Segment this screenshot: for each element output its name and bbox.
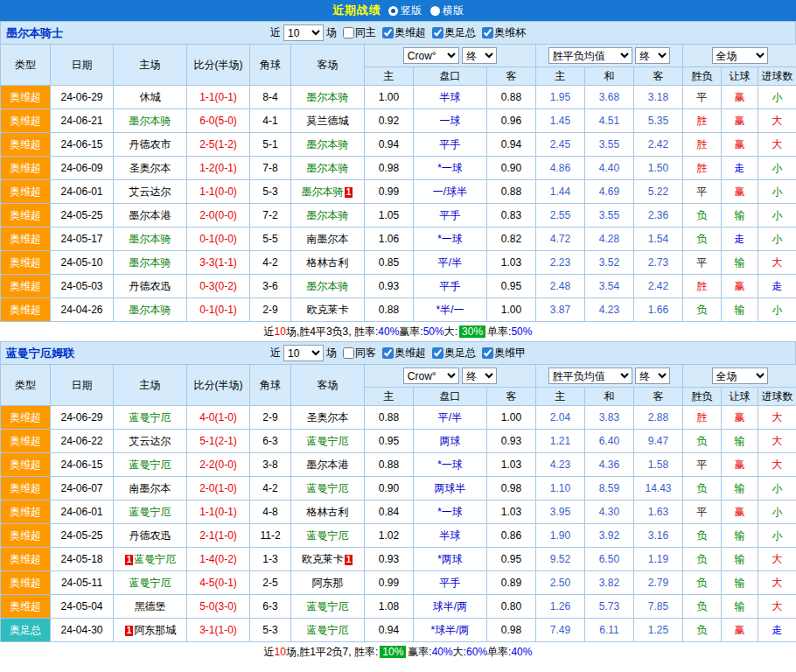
score-cell[interactable]: 2-0(1-0): [187, 477, 250, 500]
home-team-link[interactable]: 阿东那城: [134, 624, 176, 636]
home-team-link[interactable]: 蓝曼宁厄: [129, 506, 171, 518]
away-team-link[interactable]: 格林古利: [307, 256, 349, 269]
away-team-link[interactable]: 蓝曼宁厄: [307, 482, 349, 494]
away-team-link[interactable]: 墨尔本骑: [307, 162, 349, 174]
away-team-link[interactable]: 墨尔本骑: [302, 186, 344, 198]
final-odds-select[interactable]: 终: [462, 368, 497, 384]
avg-odds-select[interactable]: 胜平负均值: [548, 368, 632, 384]
games-count-select[interactable]: 10: [283, 24, 324, 41]
match-date-cell: 24-06-22: [51, 430, 114, 453]
team-name-link[interactable]: 墨尔本骑士: [6, 25, 63, 41]
home-team-link[interactable]: 圣奥尔本: [129, 162, 171, 174]
scope-select[interactable]: 全场: [712, 47, 768, 64]
home-team-link[interactable]: 蓝曼宁厄: [134, 553, 176, 565]
score-cell[interactable]: 1-1(0-0): [187, 180, 250, 204]
away-team-link[interactable]: 墨尔本骑: [307, 138, 349, 150]
team-name-link[interactable]: 蓝曼宁厄姆联: [6, 346, 74, 361]
score-cell[interactable]: 1-1(0-1): [187, 500, 250, 524]
score-cell[interactable]: 4-5(0-1): [187, 571, 250, 595]
home-team-link[interactable]: 丹德农迅: [129, 529, 171, 542]
home-team-link[interactable]: 蓝曼宁厄: [129, 458, 171, 471]
final-odds-select[interactable]: 终: [635, 47, 670, 64]
filter-checkbox[interactable]: [432, 347, 443, 359]
filter-option-league-1[interactable]: 奥维超: [382, 346, 426, 360]
filter-checkbox[interactable]: [382, 27, 394, 38]
away-team-link[interactable]: 墨尔本骑: [307, 280, 349, 292]
home-team-link[interactable]: 丹德农迅: [129, 280, 171, 292]
home-team-link[interactable]: 丹德农市: [129, 138, 171, 150]
score-cell[interactable]: 3-1(1-0): [187, 619, 250, 642]
home-team-link[interactable]: 艾云达尔: [129, 435, 171, 447]
score-cell[interactable]: 2-1(1-0): [187, 524, 250, 548]
away-team-link[interactable]: 欧克莱卡: [307, 304, 349, 316]
away-team-link[interactable]: 蓝曼宁厄: [307, 529, 349, 542]
filter-option-league-2[interactable]: 奥足总: [432, 346, 476, 360]
radio-selected-icon[interactable]: [388, 6, 398, 16]
home-team-link[interactable]: 黑德堡: [135, 600, 166, 612]
col-header-handicap-result: 让球: [722, 388, 758, 406]
away-team-link[interactable]: 南墨尔本: [307, 233, 349, 245]
home-team-link[interactable]: 墨尔本港: [129, 209, 171, 221]
score-cell[interactable]: 2-2(0-0): [187, 453, 250, 477]
away-team-link[interactable]: 欧克莱卡: [302, 553, 344, 565]
home-team-link[interactable]: 墨尔本骑: [129, 304, 171, 316]
summary-segment: 10: [275, 646, 286, 658]
bookmaker-select[interactable]: Crow°: [403, 47, 459, 64]
scope-select[interactable]: 全场: [712, 368, 768, 384]
filter-option-league-3[interactable]: 奥维杯: [482, 25, 526, 40]
filter-checkbox[interactable]: [482, 27, 493, 38]
final-odds-select[interactable]: 终: [462, 47, 497, 64]
score-cell[interactable]: 0-1(0-1): [187, 298, 250, 322]
vertical-layout-radio[interactable]: 竖版: [388, 4, 422, 18]
match-date-cell: 24-04-30: [51, 619, 114, 642]
home-team-link[interactable]: 艾云达尔: [129, 186, 171, 198]
away-team-link[interactable]: 阿东那: [312, 577, 344, 589]
score-cell[interactable]: 1-1(0-1): [187, 86, 250, 109]
score-cell[interactable]: 1-2(0-1): [187, 157, 250, 180]
filter-checkbox[interactable]: [343, 347, 354, 359]
home-team-link[interactable]: 南墨尔本: [129, 482, 171, 494]
home-team-link[interactable]: 墨尔本骑: [129, 256, 171, 269]
score-cell[interactable]: 6-0(5-0): [187, 109, 250, 133]
away-team-link[interactable]: 莫兰德城: [307, 115, 349, 127]
score-cell[interactable]: 0-3(0-2): [187, 275, 250, 298]
games-count-select[interactable]: 10: [283, 345, 324, 361]
score-cell[interactable]: 1-4(0-2): [187, 548, 250, 571]
filter-option-same-away[interactable]: 同客: [343, 346, 376, 360]
home-team-link[interactable]: 蓝曼宁厄: [129, 411, 171, 424]
home-team-link[interactable]: 墨尔本骑: [129, 115, 171, 127]
away-team-link[interactable]: 圣奥尔本: [307, 411, 349, 424]
away-team-link[interactable]: 墨尔本港: [307, 458, 349, 471]
filter-checkbox[interactable]: [432, 27, 443, 38]
score-cell[interactable]: 5-0(3-0): [187, 595, 250, 619]
horizontal-layout-radio[interactable]: 横版: [430, 4, 464, 18]
away-team-link[interactable]: 蓝曼宁厄: [307, 600, 349, 612]
away-team-link[interactable]: 蓝曼宁厄: [307, 435, 349, 447]
home-team-link[interactable]: 蓝曼宁厄: [129, 577, 171, 589]
filter-option-league-2[interactable]: 奥足总: [432, 25, 476, 40]
score-cell[interactable]: 2-0(0-0): [187, 204, 250, 228]
final-odds-select[interactable]: 终: [635, 368, 670, 384]
filter-option-league-1[interactable]: 奥维超: [382, 25, 426, 40]
score-cell[interactable]: 3-3(1-1): [187, 251, 250, 275]
filter-checkbox[interactable]: [382, 347, 394, 359]
home-team-link[interactable]: 休城: [140, 91, 161, 103]
radio-unselected-icon[interactable]: [430, 6, 440, 16]
avg-odds-select[interactable]: 胜平负均值: [548, 47, 632, 64]
away-team-link[interactable]: 蓝曼宁厄: [307, 624, 349, 636]
score-cell[interactable]: 2-5(1-2): [187, 133, 250, 157]
home-team-link[interactable]: 墨尔本骑: [129, 233, 171, 245]
bookmaker-select[interactable]: Crow°: [403, 368, 459, 384]
filter-checkbox[interactable]: [482, 347, 493, 359]
score-cell[interactable]: 4-0(1-0): [187, 406, 250, 430]
away-team-link[interactable]: 格林古利: [307, 506, 349, 518]
horizontal-layout-label[interactable]: 横版: [443, 4, 464, 18]
filter-checkbox[interactable]: [343, 27, 354, 38]
filter-option-league-3[interactable]: 奥维甲: [482, 346, 526, 360]
score-cell[interactable]: 0-1(0-0): [187, 228, 250, 251]
away-team-link[interactable]: 墨尔本骑: [307, 91, 349, 103]
filter-option-same-home[interactable]: 同主: [343, 25, 376, 40]
away-team-link[interactable]: 墨尔本骑: [307, 209, 349, 221]
score-cell[interactable]: 5-1(2-1): [187, 430, 250, 453]
vertical-layout-label[interactable]: 竖版: [401, 4, 422, 18]
